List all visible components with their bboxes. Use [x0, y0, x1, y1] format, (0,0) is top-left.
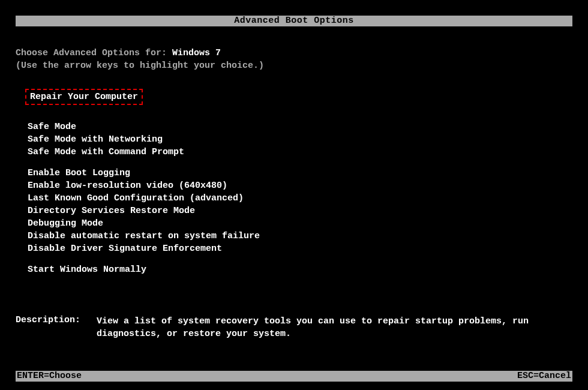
- os-name: Windows 7: [172, 48, 221, 58]
- description-label: Description:: [16, 315, 97, 340]
- footer-enter-hint: ENTER=Choose: [17, 371, 82, 382]
- menu-item-safe-mode-command-prompt[interactable]: Safe Mode with Command Prompt: [28, 147, 572, 157]
- footer-bar: ENTER=Choose ESC=Cancel: [16, 371, 572, 382]
- menu-item-enable-boot-logging[interactable]: Enable Boot Logging: [28, 168, 572, 178]
- prompt-label: Choose Advanced Options for:: [16, 48, 172, 58]
- title-bar: Advanced Boot Options: [16, 16, 572, 26]
- footer-esc-hint: ESC=Cancel: [517, 371, 571, 382]
- menu-item-safe-mode[interactable]: Safe Mode: [28, 122, 572, 132]
- menu-group-start: Start Windows Normally: [16, 265, 572, 275]
- menu-item-repair-your-computer[interactable]: Repair Your Computer: [25, 89, 143, 105]
- menu-item-directory-services-restore[interactable]: Directory Services Restore Mode: [28, 206, 572, 216]
- menu-item-last-known-good-config[interactable]: Last Known Good Configuration (advanced): [28, 193, 572, 203]
- hint-line: (Use the arrow keys to highlight your ch…: [16, 61, 572, 71]
- menu-item-disable-driver-signature[interactable]: Disable Driver Signature Enforcement: [28, 244, 572, 254]
- menu-item-low-resolution-video[interactable]: Enable low-resolution video (640x480): [28, 181, 572, 191]
- prompt-line: Choose Advanced Options for: Windows 7: [16, 48, 572, 58]
- description-text: View a list of system recovery tools you…: [97, 315, 572, 340]
- menu-item-debugging-mode[interactable]: Debugging Mode: [28, 218, 572, 229]
- content-area: Choose Advanced Options for: Windows 7 (…: [16, 48, 572, 286]
- menu-item-start-windows-normally[interactable]: Start Windows Normally: [28, 265, 572, 275]
- description-block: Description: View a list of system recov…: [16, 315, 572, 340]
- menu-item-safe-mode-networking[interactable]: Safe Mode with Networking: [28, 134, 572, 145]
- menu-group-safe-mode: Safe Mode Safe Mode with Networking Safe…: [16, 122, 572, 157]
- menu-item-disable-auto-restart[interactable]: Disable automatic restart on system fail…: [28, 231, 572, 241]
- menu-group-advanced: Enable Boot Logging Enable low-resolutio…: [16, 168, 572, 254]
